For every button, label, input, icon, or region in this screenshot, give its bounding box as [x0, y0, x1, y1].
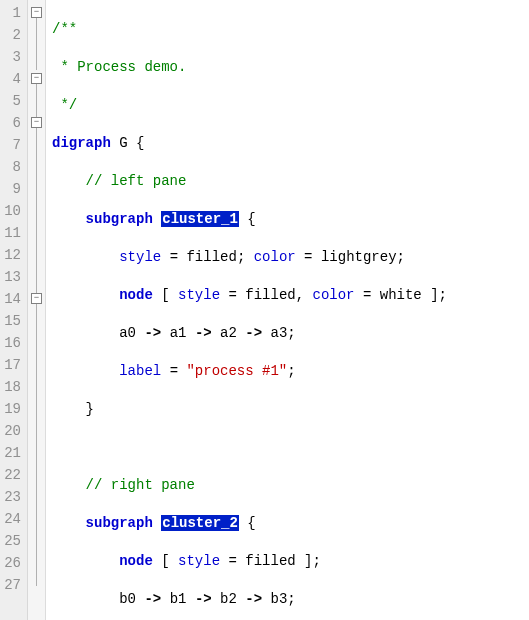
arrow: ->	[245, 325, 262, 341]
node-id: a3	[271, 325, 288, 341]
attr: style	[178, 287, 220, 303]
graph-name: G	[119, 135, 127, 151]
cluster-name-highlight: cluster_1	[161, 211, 239, 227]
brace: {	[247, 515, 255, 531]
comment: * Process demo.	[52, 59, 186, 75]
comment: // right pane	[86, 477, 195, 493]
punct: ;	[287, 363, 295, 379]
value: filled	[186, 249, 236, 265]
keyword-subgraph: subgraph	[86, 515, 153, 531]
value: filled	[245, 553, 295, 569]
punct: =	[228, 553, 236, 569]
code-area[interactable]: /** * Process demo. */ digraph G { // le…	[46, 0, 447, 620]
node-id: a1	[170, 325, 187, 341]
punct: =	[170, 363, 178, 379]
node-id: a2	[220, 325, 237, 341]
keyword-digraph: digraph	[52, 135, 111, 151]
punct: [	[161, 287, 169, 303]
arrow: ->	[195, 591, 212, 607]
punct: ,	[296, 287, 304, 303]
punct: ;	[313, 553, 321, 569]
punct: ]	[430, 287, 438, 303]
cluster-name-highlight: cluster_2	[161, 515, 239, 531]
attr: style	[178, 553, 220, 569]
value: filled	[245, 287, 295, 303]
attr: color	[313, 287, 355, 303]
node-id: b2	[220, 591, 237, 607]
brace: {	[247, 211, 255, 227]
brace: {	[136, 135, 144, 151]
punct: =	[363, 287, 371, 303]
fold-toggle-icon[interactable]: −	[31, 117, 42, 128]
node-id: a0	[119, 325, 136, 341]
punct: =	[170, 249, 178, 265]
code-editor[interactable]: 1 2 3 4 5 6 7 8 9 10 11 12 13 14 15 16 1…	[0, 0, 529, 620]
comment: */	[52, 97, 77, 113]
comment: /**	[52, 21, 77, 37]
node-id: b1	[170, 591, 187, 607]
arrow: ->	[195, 325, 212, 341]
fold-column: − − − −	[28, 0, 46, 620]
line-number-gutter: 1 2 3 4 5 6 7 8 9 10 11 12 13 14 15 16 1…	[0, 0, 28, 620]
attr: color	[254, 249, 296, 265]
punct: ;	[439, 287, 447, 303]
value: white	[380, 287, 422, 303]
punct: ;	[237, 249, 245, 265]
fold-toggle-icon[interactable]: −	[31, 293, 42, 304]
arrow: ->	[144, 325, 161, 341]
arrow: ->	[144, 591, 161, 607]
value: lightgrey	[321, 249, 397, 265]
attr: style	[119, 249, 161, 265]
arrow: ->	[245, 591, 262, 607]
string: "process #1"	[186, 363, 287, 379]
punct: =	[304, 249, 312, 265]
punct: ]	[304, 553, 312, 569]
punct: ;	[287, 591, 295, 607]
keyword-subgraph: subgraph	[86, 211, 153, 227]
brace: }	[86, 401, 94, 417]
punct: =	[228, 287, 236, 303]
punct: ;	[287, 325, 295, 341]
keyword-node: node	[119, 287, 153, 303]
punct: [	[161, 553, 169, 569]
node-id: b0	[119, 591, 136, 607]
comment: // left pane	[86, 173, 187, 189]
fold-toggle-icon[interactable]: −	[31, 73, 42, 84]
node-id: b3	[271, 591, 288, 607]
fold-toggle-icon[interactable]: −	[31, 7, 42, 18]
attr: label	[119, 363, 161, 379]
keyword-node: node	[119, 553, 153, 569]
punct: ;	[397, 249, 405, 265]
